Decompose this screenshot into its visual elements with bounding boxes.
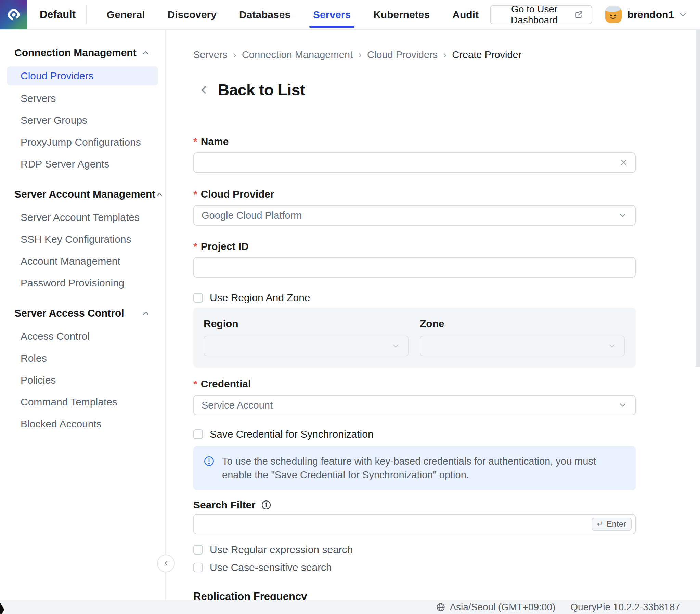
tab-general[interactable]: General [96, 0, 157, 30]
dashboard-button-label: Go to User Dashboard [499, 4, 570, 26]
vertical-scrollbar-thumb[interactable] [696, 30, 700, 367]
info-banner-text: To use the scheduling feature with key-b… [222, 455, 625, 482]
use-region-zone-checkbox[interactable] [193, 293, 203, 303]
breadcrumb-connection-management[interactable]: Connection Management [242, 49, 353, 61]
querypie-logo-icon [6, 7, 22, 23]
sidebar-item-servers[interactable]: Servers [0, 88, 165, 110]
tab-databases[interactable]: Databases [228, 0, 302, 30]
sidebar-spacer [0, 294, 165, 308]
user-avatar[interactable] [605, 7, 622, 23]
project-id-field [193, 257, 636, 278]
sidebar-item-server-account-templates[interactable]: Server Account Templates [0, 206, 165, 228]
sidebar-section-connection-management[interactable]: Connection Management [14, 47, 150, 58]
info-icon[interactable] [261, 500, 271, 510]
breadcrumb: Servers › Connection Management › Cloud … [193, 49, 636, 60]
version-text: QueryPie 10.2.2-33b8187 [570, 602, 680, 613]
external-link-icon [574, 10, 583, 19]
section-title: Server Access Control [14, 307, 124, 319]
breadcrumb-separator-icon: › [233, 49, 236, 61]
breadcrumb-separator-icon: › [358, 49, 362, 61]
use-regex-label: Use Regular expression search [210, 544, 353, 555]
breadcrumb-cloud-providers[interactable]: Cloud Providers [367, 49, 438, 61]
chevron-down-icon [607, 341, 617, 351]
chevron-down-icon [618, 400, 627, 410]
user-menu-chevron-down-icon[interactable] [678, 10, 688, 20]
querypie-logo[interactable] [0, 0, 27, 29]
use-regex-checkbox[interactable] [193, 545, 203, 554]
required-marker: * [193, 241, 197, 252]
sidebar-section-server-access-control[interactable]: Server Access Control [14, 308, 150, 319]
main-content: Servers › Connection Management › Cloud … [166, 30, 700, 600]
go-to-user-dashboard-button[interactable]: Go to User Dashboard [490, 5, 592, 24]
timezone-text: Asia/Seoul (GMT+09:00) [450, 602, 555, 613]
sidebar-item-blocked-accounts[interactable]: Blocked Accounts [0, 413, 165, 435]
back-to-list-button[interactable]: Back to List [193, 80, 636, 100]
zone-select [420, 336, 625, 356]
chevron-up-icon [155, 190, 164, 198]
breadcrumb-servers[interactable]: Servers [193, 49, 227, 61]
project-id-input[interactable] [193, 257, 636, 278]
search-filter-field: ↵ Enter [193, 514, 636, 534]
breadcrumb-create-provider: Create Provider [452, 49, 522, 61]
sidebar: Connection Management Cloud Providers Se… [0, 30, 166, 600]
zone-label: Zone [420, 318, 625, 329]
sidebar-item-password-provisioning[interactable]: Password Provisioning [0, 272, 165, 294]
use-case-sensitive-label: Use Case-sensitive search [210, 562, 332, 573]
user-name[interactable]: brendon1 [627, 9, 674, 21]
sidebar-item-proxyjump-configurations[interactable]: ProxyJump Configurations [0, 131, 165, 153]
chevron-left-icon [162, 560, 170, 567]
sidebar-item-roles[interactable]: Roles [0, 347, 165, 369]
enter-hint-badge: ↵ Enter [591, 517, 632, 530]
tab-discovery[interactable]: Discovery [157, 0, 228, 30]
status-bar: Asia/Seoul (GMT+09:00) QueryPie 10.2.2-3… [0, 600, 700, 614]
cloud-provider-field-label: * Cloud Provider [193, 189, 636, 200]
sidebar-item-access-control[interactable]: Access Control [0, 325, 165, 347]
required-marker: * [193, 136, 197, 148]
save-credential-checkbox[interactable] [193, 430, 203, 439]
region-select [203, 336, 409, 356]
chevron-up-icon [142, 309, 150, 317]
search-filter-label-row: Search Filter [193, 499, 636, 510]
save-credential-label: Save Credential for Synchronization [210, 428, 374, 440]
use-case-sensitive-checkbox-row[interactable]: Use Case-sensitive search [193, 562, 636, 573]
clear-name-icon[interactable] [618, 157, 629, 167]
chevron-up-icon [142, 49, 150, 57]
sidebar-item-account-management[interactable]: Account Management [0, 250, 165, 272]
alert-circle-icon [203, 456, 214, 482]
sidebar-item-command-templates[interactable]: Command Templates [0, 391, 165, 413]
org-name[interactable]: Default [40, 9, 76, 21]
topnav-right: Go to User Dashboard [490, 5, 700, 24]
primary-nav: General Discovery Databases Servers Kube… [96, 0, 490, 30]
querypie-admin-window: Default General Discovery Databases Serv… [0, 0, 700, 614]
tab-servers[interactable]: Servers [302, 0, 362, 30]
project-id-field-label: * Project ID [193, 241, 636, 252]
credential-select[interactable]: Service Account [193, 395, 636, 415]
sidebar-item-server-groups[interactable]: Server Groups [0, 110, 165, 131]
required-marker: * [193, 188, 197, 200]
search-filter-input[interactable] [193, 514, 636, 534]
region-zone-panel: Region Zone [193, 308, 636, 368]
name-field-label: * Name [193, 136, 636, 147]
cloud-provider-value: Google Cloud Platform [201, 210, 618, 221]
replication-frequency-label: Replication Frequency [193, 590, 636, 600]
credential-field-label: * Credential [193, 379, 636, 389]
name-input[interactable] [193, 153, 636, 173]
sidebar-item-cloud-providers[interactable]: Cloud Providers [7, 66, 158, 86]
sidebar-item-policies[interactable]: Policies [0, 369, 165, 391]
sidebar-collapse-button[interactable] [157, 554, 175, 572]
name-field [193, 153, 636, 173]
cloud-provider-select[interactable]: Google Cloud Platform [193, 205, 636, 226]
tab-kubernetes[interactable]: Kubernetes [362, 0, 441, 30]
sidebar-item-rdp-server-agents[interactable]: RDP Server Agents [0, 153, 165, 175]
sidebar-section-server-account-management[interactable]: Server Account Management [14, 189, 150, 200]
search-filter-label: Search Filter [193, 499, 255, 511]
use-regex-checkbox-row[interactable]: Use Regular expression search [193, 545, 636, 555]
save-credential-checkbox-row[interactable]: Save Credential for Synchronization [193, 429, 636, 439]
use-case-sensitive-checkbox[interactable] [193, 563, 203, 572]
tab-audit[interactable]: Audit [441, 0, 490, 30]
sidebar-item-ssh-key-configurations[interactable]: SSH Key Configurations [0, 228, 165, 250]
chevron-down-icon [618, 210, 627, 220]
globe-icon [436, 602, 446, 612]
timezone-indicator: Asia/Seoul (GMT+09:00) [436, 602, 555, 613]
use-region-zone-checkbox-row[interactable]: Use Region And Zone [193, 293, 636, 303]
